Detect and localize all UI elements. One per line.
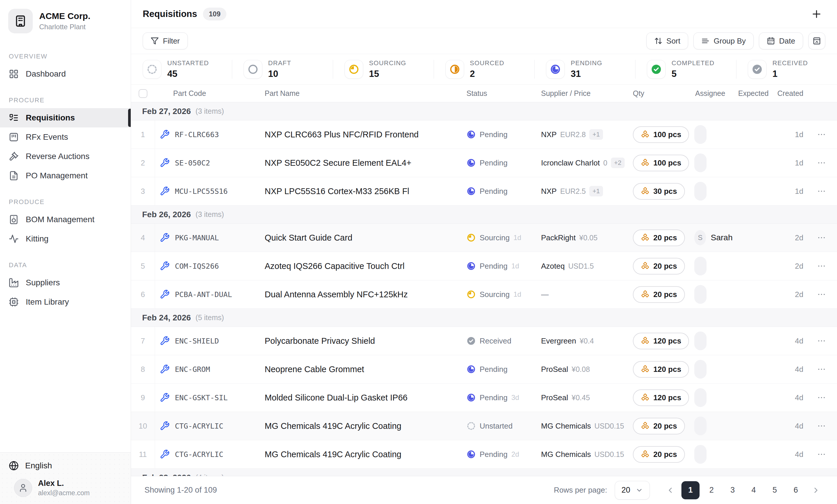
summary-chip-received[interactable]: RECEIVED1: [736, 54, 837, 85]
kebab-menu-icon[interactable]: [817, 262, 826, 271]
page-button-2[interactable]: 2: [702, 481, 720, 499]
row-menu-cell: [806, 280, 837, 308]
qty-cell: 120 pcs: [629, 355, 690, 383]
next-page-button[interactable]: [808, 482, 824, 499]
wrench-icon: [160, 233, 170, 242]
row-menu-cell: [806, 383, 837, 412]
summary-chip-completed[interactable]: COMPLETED5: [635, 54, 736, 85]
boxes-icon: [641, 337, 649, 345]
requisition-row[interactable]: 11CTG-ACRYLICMG Chemicals 419C Acrylic C…: [131, 440, 837, 469]
requisition-row[interactable]: 7ENC-SHIELDPolycarbonate Privacy ShieldR…: [131, 327, 837, 355]
prev-page-button[interactable]: [662, 482, 678, 499]
sidebar-item-requisitions[interactable]: Requisitions: [0, 108, 131, 127]
group-by-button[interactable]: Group By: [693, 33, 754, 49]
requisition-row[interactable]: 10CTG-ACRYLICMG Chemicals 419C Acrylic C…: [131, 412, 837, 440]
requisition-row[interactable]: 3MCU-LPC55S16NXP LPC55S16 Cortex-M33 256…: [131, 177, 837, 205]
main-content: Requisitions 109 Filter Sort Group By: [131, 0, 837, 504]
part-code-cell: CTG-ACRYLIC: [155, 412, 265, 440]
sidebar-item-item-library[interactable]: Item Library: [0, 292, 131, 312]
summary-chip-sourcing[interactable]: SOURCING15: [333, 54, 434, 85]
column-header-assignee[interactable]: Assignee: [690, 85, 733, 102]
supplier-name: NXP: [541, 130, 556, 139]
summary-chip-unstarted[interactable]: UNSTARTED45: [131, 54, 232, 85]
status-received-icon: [752, 64, 763, 75]
kebab-menu-icon[interactable]: [817, 130, 826, 139]
select-all-checkbox[interactable]: [139, 89, 147, 98]
status-label: Sourcing: [480, 290, 510, 299]
requisition-row[interactable]: 8ENC-GROMNeoprene Cable GrommetPendingPr…: [131, 355, 837, 383]
kebab-menu-icon[interactable]: [817, 336, 826, 345]
kebab-menu-icon[interactable]: [817, 421, 826, 431]
sidebar-item-dashboard[interactable]: Dashboard: [0, 64, 131, 84]
sidebar-item-kitting[interactable]: Kitting: [0, 229, 131, 249]
wrench-icon: [160, 393, 170, 402]
column-header-qty[interactable]: Qty: [629, 85, 690, 102]
page-button-4[interactable]: 4: [745, 481, 763, 499]
column-header-expected[interactable]: Expected: [733, 85, 769, 102]
requisition-row[interactable]: 1RF-CLRC663NXP CLRC663 Plus NFC/RFID Fro…: [131, 121, 837, 149]
summary-chip-draft[interactable]: DRAFT10: [232, 54, 333, 85]
org-switcher[interactable]: ACME Corp. Charlotte Plant: [0, 0, 131, 40]
sidebar-item-suppliers[interactable]: Suppliers: [0, 273, 131, 292]
part-name-cell: NXP CLRC663 Plus NFC/RFID Frontend: [265, 121, 466, 148]
requisition-row[interactable]: 9ENC-GSKT-SILMolded Silicone Dual-Lip Ga…: [131, 383, 837, 412]
row-menu-cell: [806, 440, 837, 468]
user-profile[interactable]: Alex L. alexl@acme.com: [0, 475, 131, 499]
calendar-icon: [767, 37, 775, 45]
wrench-icon: [160, 336, 170, 346]
sidebar-item-po-management[interactable]: PO Management: [0, 166, 131, 185]
bom-management-icon: [9, 215, 19, 224]
supplier-name: MG Chemicals: [541, 450, 591, 459]
date-button[interactable]: Date: [759, 33, 803, 49]
page-button-1[interactable]: 1: [681, 481, 699, 499]
sort-button[interactable]: Sort: [646, 33, 689, 49]
column-header-part-name[interactable]: Part Name: [265, 85, 466, 102]
wrench-icon: [160, 449, 170, 459]
page-button-5[interactable]: 5: [766, 481, 784, 499]
column-header-status[interactable]: Status: [466, 85, 541, 102]
summary-chip-sourced[interactable]: SOURCED2: [434, 54, 535, 85]
sidebar-item-bom-management[interactable]: BOM Management: [0, 210, 131, 229]
wrench-icon: [160, 421, 170, 431]
kebab-menu-icon[interactable]: [817, 450, 826, 459]
kebab-menu-icon[interactable]: [817, 158, 826, 167]
requisition-row[interactable]: 6PCBA-ANT-DUALDual Antenna Assembly NFC+…: [131, 280, 837, 309]
requisition-row[interactable]: 2SE-050C2NXP SE050C2 Secure Element EAL4…: [131, 149, 837, 177]
kebab-menu-icon[interactable]: [817, 393, 826, 402]
requisition-row[interactable]: 5COM-IQS266Azoteq IQS266 Capacitive Touc…: [131, 252, 837, 280]
column-header-supplier-price[interactable]: Supplier / Price: [541, 85, 629, 102]
requisition-row[interactable]: 4PKG-MANUALQuick Start Guide CardSourcin…: [131, 224, 837, 252]
sidebar-item-rfx-events[interactable]: RFx Events: [0, 127, 131, 147]
collapse-panel-button[interactable]: [808, 33, 825, 49]
kebab-menu-icon[interactable]: [817, 364, 826, 374]
kebab-menu-icon[interactable]: [817, 186, 826, 196]
page-button-6[interactable]: 6: [787, 481, 805, 499]
wrench-icon: [160, 186, 170, 196]
sidebar-item-reverse-auctions[interactable]: Reverse Auctions: [0, 147, 131, 166]
supplier-name: Evergreen: [541, 337, 576, 345]
summary-chip-value: 45: [167, 69, 209, 79]
page-button-3[interactable]: 3: [724, 481, 742, 499]
boxes-icon: [641, 393, 649, 402]
group-date: Feb 27, 2026: [142, 107, 191, 116]
kebab-menu-icon[interactable]: [817, 290, 826, 299]
summary-chip-icon: [344, 60, 363, 79]
rows-per-page-select[interactable]: 20: [615, 481, 650, 500]
filter-button[interactable]: Filter: [143, 33, 188, 49]
supplier-cell: Icronclaw Charlot0+2: [541, 149, 629, 177]
supplier-cell: Evergreen¥0.4: [541, 327, 629, 355]
column-header-part-code[interactable]: Part Code: [155, 85, 265, 102]
new-requisition-button[interactable]: [809, 7, 823, 21]
expected-cell: [733, 327, 769, 355]
kebab-menu-icon[interactable]: [817, 233, 826, 242]
part-code: RF-CLRC663: [175, 130, 219, 139]
column-header-created[interactable]: Created: [769, 85, 806, 102]
language-selector[interactable]: English: [0, 457, 131, 475]
wrench-icon: [160, 261, 170, 271]
status-cell: Pending3d: [466, 383, 541, 412]
boxes-icon: [641, 290, 649, 299]
summary-chip-pending[interactable]: PENDING31: [534, 54, 635, 85]
language-label: English: [25, 461, 52, 470]
supplier-price: USD0.15: [594, 450, 624, 459]
pager: 123456: [662, 481, 824, 499]
